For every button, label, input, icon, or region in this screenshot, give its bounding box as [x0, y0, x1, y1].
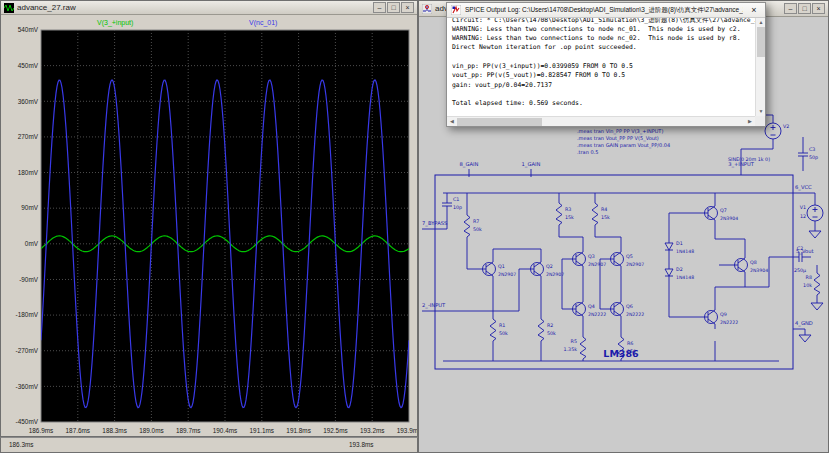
y-tick-label: -450mV [16, 418, 39, 425]
schematic-text: R3 [565, 207, 571, 212]
waveform-titlebar[interactable]: advance_27.raw – □ × [1, 1, 417, 15]
schematic-text: 12 [800, 214, 806, 219]
schematic-text: Q2 [546, 264, 553, 269]
x-tick-label: 193.9ms [397, 427, 417, 434]
schematic-text: R7 [473, 219, 479, 224]
background-axis-left-label: 186.3ms [9, 441, 34, 448]
close-button[interactable]: × [401, 2, 414, 13]
schematic-text: Q3 [588, 254, 595, 259]
schematic-text: 2N2222 [588, 312, 606, 317]
minimize-button[interactable]: – [784, 3, 797, 14]
schematic-text: Q1 [498, 264, 505, 269]
spice-log-window: SPICE Output Log: C:\Users\14708\Desktop… [446, 2, 766, 127]
resistor-symbol[interactable] [814, 271, 820, 295]
schematic-text: 10p [453, 205, 462, 210]
y-tick-label: 0mV [25, 240, 39, 247]
log-line: gain: vout_pp/0.04=20.7137 [452, 81, 755, 90]
schematic-text: C1 [453, 197, 459, 202]
schematic-text: 50k [499, 331, 508, 336]
close-button[interactable]: × [812, 3, 825, 14]
y-tick-label: -360mV [16, 383, 39, 390]
trace-label[interactable]: V(nc_01) [249, 19, 277, 27]
x-tick-label: 191.1ms [250, 427, 275, 434]
diode-symbol[interactable] [665, 269, 673, 276]
scroll-right-icon[interactable]: ▶ [745, 117, 755, 126]
y-tick-label: -270mV [16, 347, 39, 354]
log-line: WARNING: Less than two connections to no… [452, 34, 755, 43]
resistor-symbol[interactable] [464, 213, 470, 237]
wire [805, 335, 811, 342]
resistor-symbol[interactable] [580, 335, 586, 359]
y-tick-label: 270mV [18, 133, 39, 140]
spice-log-icon [451, 5, 461, 15]
wire [799, 335, 805, 342]
schematic-text: 150 [627, 349, 636, 354]
schematic-text: Q4 [588, 304, 595, 309]
schematic-text: R1 [499, 323, 505, 328]
background-axis-right-label: 193.8ms [349, 441, 374, 448]
spice-log-titlebar[interactable]: SPICE Output Log: C:\Users\14708\Desktop… [447, 3, 765, 18]
log-line [452, 90, 755, 99]
schematic-app-icon [422, 4, 432, 14]
minimize-button[interactable]: – [373, 2, 386, 13]
wire [809, 231, 815, 238]
scroll-left-icon[interactable]: ◀ [447, 117, 457, 126]
schematic-text: 50k [473, 227, 482, 232]
scroll-up-icon[interactable]: ▲ [756, 18, 766, 27]
schematic-text: 2N2907 [626, 262, 644, 267]
x-tick-label: 189.0ms [139, 427, 164, 434]
schematic-text: 2N3904 [720, 216, 738, 221]
schematic-text: R8 [806, 275, 812, 280]
schematic-text: C3 [809, 147, 815, 152]
resistor-symbol[interactable] [538, 317, 544, 341]
schematic-text: 1_GAIN [522, 161, 541, 168]
schematic-text: .tran 0.5 [577, 149, 598, 155]
y-tick-label: 180mV [18, 169, 39, 176]
schematic-text: 50p [809, 155, 818, 160]
log-line: Total elapsed time: 0.569 seconds. [452, 99, 755, 108]
schematic-text: 2N2222 [720, 320, 738, 325]
waveform-window-title: advance_27.raw [17, 3, 370, 12]
schematic-text: R2 [547, 323, 553, 328]
trace-label[interactable]: V(3_+input) [97, 19, 133, 27]
waveform-plot[interactable]: 540mV450mV360mV270mV180mV90mV0mV-90mV-18… [1, 15, 417, 436]
schematic-text: Q8 [750, 260, 757, 265]
horizontal-scrollbar[interactable]: ◀ ▶ [447, 116, 755, 126]
wire [817, 303, 823, 310]
x-tick-label: 186.9ms [29, 427, 54, 434]
scroll-down-icon[interactable]: ▼ [756, 107, 766, 116]
x-tick-label: 187.6ms [66, 427, 91, 434]
wire [815, 231, 821, 238]
close-icon[interactable]: × [747, 4, 761, 16]
resistor-symbol[interactable] [556, 201, 562, 225]
schematic-text: Q6 [626, 304, 633, 309]
schematic-text: 15k [565, 215, 574, 220]
diode-symbol[interactable] [665, 243, 673, 250]
schematic-text: 15k [601, 215, 610, 220]
schematic-text: 2N2907 [546, 272, 564, 277]
vertical-scrollbar[interactable]: ▲ ▼ [755, 18, 765, 116]
y-tick-label: 360mV [18, 98, 39, 105]
y-tick-label: 540mV [18, 26, 39, 33]
schematic-text: V2 [783, 124, 789, 129]
scrollbar-thumb[interactable] [457, 118, 542, 126]
resistor-symbol[interactable] [490, 317, 496, 341]
x-tick-label: 191.8ms [286, 427, 311, 434]
schematic-text: 8_GAIN [460, 161, 479, 168]
schematic-text: 250µ [794, 268, 806, 273]
schematic-text: R4 [601, 207, 607, 212]
resistor-symbol[interactable] [592, 201, 598, 225]
schematic-text: 3_+INPUT [728, 161, 755, 168]
scrollbar-thumb[interactable] [757, 27, 765, 57]
maximize-button[interactable]: □ [798, 3, 811, 14]
schematic-text: 1.35k [564, 347, 578, 352]
maximize-button[interactable]: □ [387, 2, 400, 13]
schematic-text: R6 [627, 341, 633, 346]
schematic-text: 50k [547, 331, 556, 336]
log-line: vout_pp: PP(v(5_vout))=0.828547 FROM 0 T… [452, 71, 755, 80]
schematic-text: V1 [800, 205, 806, 210]
y-tick-label: -90mV [19, 276, 39, 283]
lm386-boundary-box [435, 175, 793, 369]
x-tick-label: 193.2ms [360, 427, 385, 434]
schematic-text: Q5 [626, 254, 633, 259]
